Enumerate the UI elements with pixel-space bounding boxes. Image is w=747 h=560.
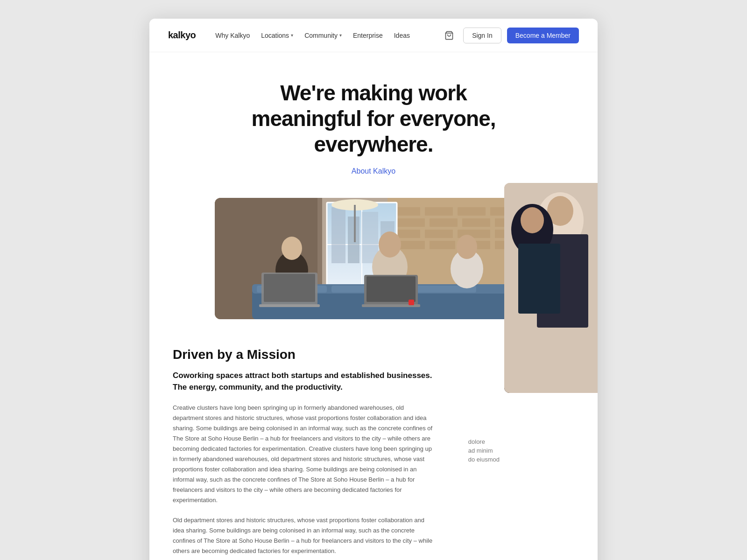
hero-section: We're making work meaningful for everyon… xyxy=(168,80,579,175)
svg-point-43 xyxy=(379,231,401,258)
svg-point-55 xyxy=(521,207,544,233)
side-panel xyxy=(504,183,598,393)
about-kalkyo-link[interactable]: About Kalkyo xyxy=(352,167,395,175)
svg-rect-7 xyxy=(458,207,486,216)
become-member-button[interactable]: Become a Member xyxy=(507,28,579,43)
svg-rect-26 xyxy=(331,207,345,263)
svg-rect-27 xyxy=(348,217,359,263)
svg-rect-10 xyxy=(430,218,458,227)
nav-why-kalkyo[interactable]: Why Kalkyo xyxy=(211,29,254,42)
content-wrapper: We're making work meaningful for everyon… xyxy=(149,52,598,560)
logo[interactable]: kalkyo xyxy=(168,30,196,41)
locations-chevron-icon: ▾ xyxy=(291,33,293,38)
community-chevron-icon: ▾ xyxy=(339,33,342,38)
svg-rect-40 xyxy=(264,274,315,302)
svg-rect-31 xyxy=(354,205,356,242)
navbar-right: Sign In Become a Member xyxy=(441,27,579,44)
sign-in-button[interactable]: Sign In xyxy=(463,28,501,43)
side-photo-svg xyxy=(504,183,598,393)
nav-ideas[interactable]: Ideas xyxy=(389,29,415,42)
mission-body-1: Creative clusters have long been springi… xyxy=(173,403,434,506)
hero-photo-svg xyxy=(215,198,532,319)
mission-body-2: Old department stores and historic struc… xyxy=(173,515,434,556)
cart-icon[interactable] xyxy=(441,27,458,44)
hero-title: We're making work meaningful for everyon… xyxy=(233,80,514,158)
nav-links: Why Kalkyo Locations ▾ Community ▾ Enter… xyxy=(211,29,415,42)
svg-rect-45 xyxy=(366,276,416,302)
hero-image xyxy=(215,198,532,319)
nav-locations[interactable]: Locations ▾ xyxy=(256,29,298,42)
side-panel-photo xyxy=(504,183,598,393)
nav-enterprise[interactable]: Enterprise xyxy=(348,29,388,42)
side-text: dolore ad minim do eiusmod xyxy=(468,438,500,463)
hero-image-inner xyxy=(215,198,532,319)
navbar-left: kalkyo Why Kalkyo Locations ▾ Community … xyxy=(168,29,415,42)
svg-point-48 xyxy=(457,235,477,259)
nav-community[interactable]: Community ▾ xyxy=(300,29,346,42)
svg-rect-6 xyxy=(425,207,453,216)
svg-rect-11 xyxy=(462,218,490,227)
svg-rect-18 xyxy=(430,241,455,249)
svg-rect-41 xyxy=(259,304,320,307)
browser-window: kalkyo Why Kalkyo Locations ▾ Community … xyxy=(149,19,598,560)
navbar: kalkyo Why Kalkyo Locations ▾ Community … xyxy=(149,19,598,52)
mission-subtitle: Coworking spaces attract both startups a… xyxy=(173,370,434,393)
svg-rect-49 xyxy=(409,300,414,305)
svg-rect-56 xyxy=(518,244,560,314)
svg-rect-14 xyxy=(425,230,453,238)
svg-point-38 xyxy=(282,237,302,260)
